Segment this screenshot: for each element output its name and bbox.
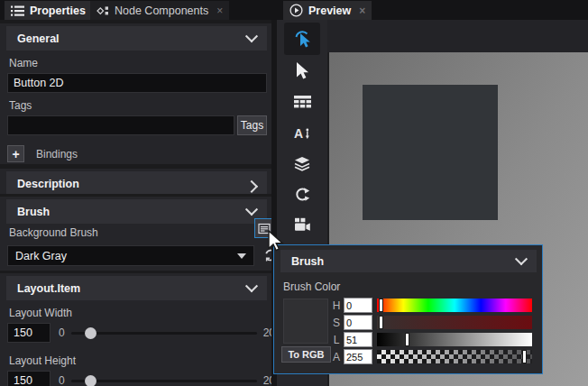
alpha-label: A (331, 351, 342, 363)
tags-row: Tags (7, 115, 267, 135)
tags-button[interactable]: Tags (237, 115, 267, 135)
brush-color-swatch[interactable] (283, 299, 328, 344)
to-rgb-button[interactable]: To RGB (281, 346, 331, 363)
hue-label: H (331, 299, 342, 312)
saturation-label: S (331, 317, 342, 329)
layout-height-slider[interactable] (71, 374, 257, 386)
brush-editor-popup: Brush Brush Color To RGB H S L A (273, 244, 543, 374)
name-label: Name (9, 57, 271, 69)
bindings-row: + Bindings (7, 145, 271, 162)
tab-node-components[interactable]: Node Components × (90, 1, 229, 20)
camera-tool[interactable] (284, 210, 320, 239)
slider-marker[interactable] (522, 350, 527, 363)
background-brush-label: Background Brush (9, 226, 98, 239)
general-section-title: General (17, 32, 60, 45)
properties-list-icon (11, 5, 24, 16)
general-section-header[interactable]: General (6, 26, 267, 51)
close-icon[interactable]: × (216, 5, 223, 16)
hsla-channels: H S L A (331, 298, 532, 364)
lightness-slider[interactable] (377, 333, 532, 346)
brush-section-title: Brush (17, 206, 50, 218)
play-circle-icon (289, 4, 303, 17)
popup-brush-title: Brush (291, 255, 324, 268)
tab-bar: Properties × Node Components × Preview × (0, 0, 588, 20)
alpha-slider[interactable] (377, 350, 532, 363)
tags-input[interactable] (7, 115, 234, 135)
mouse-cursor-icon (267, 230, 287, 253)
layout-width-label: Layout Width (9, 307, 271, 319)
alpha-input[interactable] (344, 349, 372, 364)
lightness-row: L (331, 332, 532, 347)
description-section-title: Description (17, 178, 79, 190)
layout-width-slider[interactable] (71, 326, 257, 339)
alpha-row: A (331, 349, 532, 364)
select-cursor-icon (293, 61, 311, 81)
layers-tool[interactable] (284, 149, 320, 178)
slider-handle[interactable] (85, 327, 96, 339)
layout-item-section-header[interactable]: Layout.Item (6, 276, 267, 300)
description-section-header[interactable]: Description (6, 171, 267, 194)
tab-properties-label: Properties (30, 5, 86, 17)
svg-text:A: A (294, 125, 303, 140)
layout-height-input[interactable] (7, 371, 51, 386)
hue-slider[interactable] (377, 299, 532, 312)
preview-top-chrome (327, 20, 588, 52)
layout-width-min: 0 (59, 326, 65, 339)
chevron-right-icon (245, 179, 258, 192)
general-section: General Name Tags Tags + Bindings (0, 23, 271, 164)
properties-panel: General Name Tags Tags + Bindings Descri… (0, 20, 271, 386)
layout-item-section-title: Layout.Item (17, 282, 80, 295)
connections-tool[interactable] (284, 179, 320, 208)
brush-section: Brush Background Brush Dark Gray (0, 197, 271, 271)
layout-width-input[interactable] (7, 323, 51, 343)
hue-row: H (331, 298, 532, 313)
branch-arrow-icon (294, 187, 310, 202)
name-input[interactable] (7, 73, 267, 93)
saturation-slider[interactable] (377, 316, 532, 329)
chevron-down-icon (245, 203, 258, 216)
tab-preview-label: Preview (308, 5, 351, 17)
brush-section-header[interactable]: Brush (6, 199, 267, 224)
popup-brush-header[interactable]: Brush (280, 250, 537, 272)
layout-height-min: 0 (59, 374, 65, 386)
hue-input[interactable] (344, 298, 372, 313)
lightness-input[interactable] (344, 332, 372, 347)
layout-width-row: 0 2000 (7, 323, 271, 343)
interact-tool[interactable] (284, 23, 320, 55)
saturation-input[interactable] (344, 315, 372, 330)
interact-cursor-icon (292, 28, 312, 50)
text-a-icon: A (294, 125, 311, 141)
add-binding-button[interactable]: + (7, 145, 24, 162)
close-icon[interactable]: × (359, 5, 365, 16)
grid-icon (294, 96, 311, 109)
preview-button2d-node[interactable] (363, 85, 498, 220)
background-brush-select[interactable]: Dark Gray (7, 245, 254, 266)
saturation-row: S (331, 315, 532, 330)
text-tool[interactable]: A (284, 118, 320, 147)
layout-height-label: Layout Height (9, 354, 271, 367)
chevron-down-icon (245, 30, 258, 42)
slider-handle[interactable] (85, 375, 96, 386)
description-section: Description (0, 169, 271, 194)
slider-track (71, 332, 257, 335)
slider-marker[interactable] (379, 299, 383, 312)
chevron-down-icon (515, 253, 528, 265)
lightness-label: L (331, 334, 342, 346)
tags-label: Tags (9, 99, 271, 112)
layout-height-row: 0 2000 (7, 371, 271, 386)
brush-color-label: Brush Color (283, 280, 542, 293)
slider-marker[interactable] (405, 333, 409, 346)
bindings-label: Bindings (36, 148, 78, 161)
background-brush-value: Dark Gray (15, 250, 67, 262)
chevron-down-icon (245, 280, 258, 292)
slider-marker[interactable] (379, 316, 383, 329)
tab-preview[interactable]: Preview × (283, 1, 372, 20)
layout-width-max: 2000 (263, 326, 271, 339)
tab-node-components-label: Node Components (115, 5, 208, 17)
layout-item-section: Layout.Item Layout Width 0 2000 Layout H… (0, 273, 271, 386)
chevron-down-icon (237, 253, 246, 259)
layers-icon (293, 156, 311, 171)
select-tool[interactable] (284, 57, 320, 86)
video-camera-icon (294, 217, 311, 232)
grid-tool[interactable] (284, 87, 320, 116)
